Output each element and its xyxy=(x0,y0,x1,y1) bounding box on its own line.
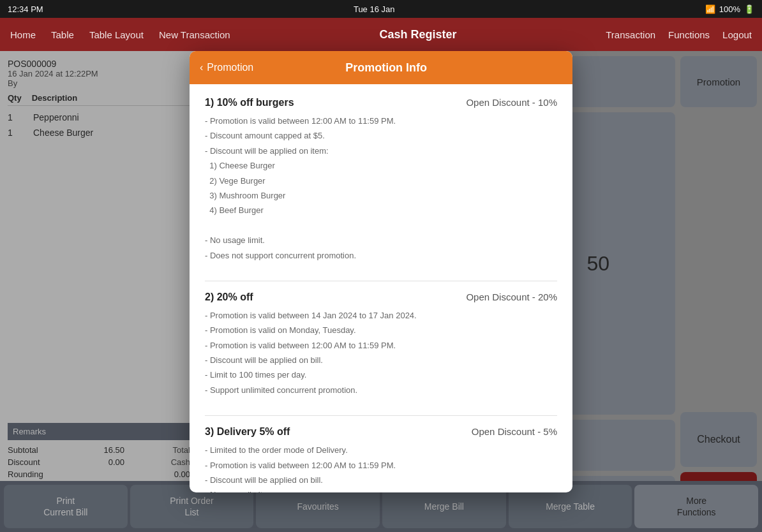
nav-table[interactable]: Table xyxy=(51,29,74,40)
promo-1-header: 1) 10% off burgers Open Discount - 10% xyxy=(205,97,557,108)
promo-3-header: 3) Delivery 5% off Open Discount - 5% xyxy=(205,426,557,438)
nav-functions[interactable]: Functions xyxy=(668,29,710,40)
modal-header: ‹ Promotion Promotion Info xyxy=(190,51,572,84)
battery-icon: 🔋 xyxy=(744,4,754,14)
navbar-right: Transaction Functions Logout xyxy=(606,29,752,40)
nav-transaction[interactable]: Transaction xyxy=(606,29,655,40)
nav-table-layout[interactable]: Table Layout xyxy=(89,29,144,40)
status-bar: 12:34 PM Tue 16 Jan 📶 100% 🔋 xyxy=(0,0,762,18)
promo-2-header: 2) 20% off Open Discount - 20% xyxy=(205,292,557,303)
promo-1-details: - Promotion is valid between 12:00 AM to… xyxy=(205,114,557,263)
chevron-left-icon: ‹ xyxy=(200,62,203,73)
promotion-modal: ‹ Promotion Promotion Info 1) 10% off bu… xyxy=(190,51,572,492)
nav-new-transaction[interactable]: New Transaction xyxy=(159,29,230,40)
wifi-icon: 📶 xyxy=(705,4,715,14)
navbar-left: Home Table Table Layout New Transaction xyxy=(10,29,230,40)
modal-back-btn[interactable]: ‹ Promotion xyxy=(200,62,253,73)
modal-title: Promotion Info xyxy=(261,61,511,75)
nav-logout[interactable]: Logout xyxy=(722,29,752,40)
promo-divider-2 xyxy=(205,415,557,416)
promo-3-title: 3) Delivery 5% off xyxy=(205,426,290,438)
promo-2-details: - Promotion is valid between 14 Jan 2024… xyxy=(205,308,557,397)
battery-level: 100% xyxy=(719,4,740,14)
main-content: POS000009 16 Jan 2024 at 12:22PM By Qty … xyxy=(0,51,762,532)
promo-divider-1 xyxy=(205,281,557,281)
promo-item-3: 3) Delivery 5% off Open Discount - 5% - … xyxy=(205,426,557,492)
promo-3-type: Open Discount - 5% xyxy=(472,426,557,437)
promo-1-type: Open Discount - 10% xyxy=(466,97,557,108)
promo-2-type: Open Discount - 20% xyxy=(466,292,557,302)
navbar: Home Table Table Layout New Transaction … xyxy=(0,18,762,51)
promo-2-title: 2) 20% off xyxy=(205,292,253,303)
nav-home[interactable]: Home xyxy=(10,29,36,40)
navbar-title: Cash Register xyxy=(230,28,606,41)
modal-overlay[interactable]: ‹ Promotion Promotion Info 1) 10% off bu… xyxy=(0,51,762,532)
promo-1-title: 1) 10% off burgers xyxy=(205,97,294,108)
promo-item-1: 1) 10% off burgers Open Discount - 10% -… xyxy=(205,97,557,263)
status-time: 12:34 PM xyxy=(8,4,43,14)
status-date: Tue 16 Jan xyxy=(354,4,395,14)
modal-back-label: Promotion xyxy=(207,62,253,73)
promo-3-details: - Limited to the order mode of Delivery.… xyxy=(205,443,557,492)
modal-body: 1) 10% off burgers Open Discount - 10% -… xyxy=(190,84,572,492)
promo-item-2: 2) 20% off Open Discount - 20% - Promoti… xyxy=(205,292,557,397)
